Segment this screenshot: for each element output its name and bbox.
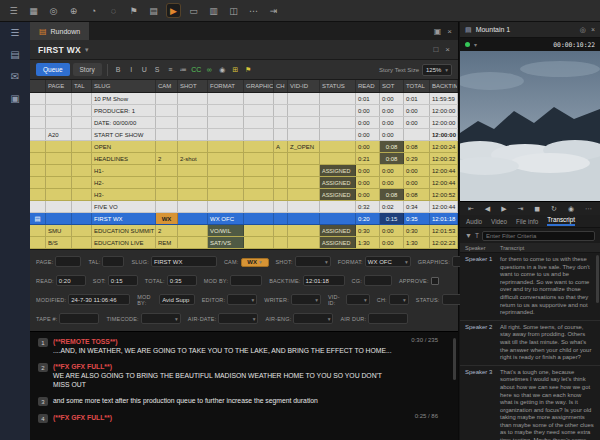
field-input[interactable]: WX OFC▾ [365,256,411,267]
media-icon[interactable]: ▤ [146,3,161,18]
column-header[interactable]: BACKTIME [430,80,458,92]
menu-icon[interactable]: ☰ [11,27,20,38]
script-editor[interactable]: 1(**REMOTE TOSS**)....AND, IN WEATHER, W… [30,331,458,440]
insert-icon[interactable]: ⊞ [230,64,241,76]
field-input[interactable]: ▾ [389,294,409,305]
field-input[interactable]: 0:20 [56,275,86,286]
column-header[interactable]: PAGE [46,80,72,92]
chevron-down-icon[interactable]: ▾ [474,41,477,48]
approve-checkbox[interactable] [431,277,439,285]
stop-icon[interactable]: ◼ [534,205,540,213]
flag-icon[interactable]: ⚑ [243,64,254,76]
closed-caption-icon[interactable]: CC [191,64,202,76]
strikethrough-icon[interactable]: S [152,64,163,76]
script-scrollbar[interactable] [453,338,456,380]
field-input[interactable] [102,256,124,267]
rundown-row[interactable]: HEADLINES22-shot0:210:080:2912:00:32 [30,153,458,165]
audio-level-icon[interactable]: ◉ [568,205,574,213]
close-icon[interactable]: × [447,27,452,36]
dashboard-icon[interactable]: ▦ [26,3,41,18]
maximize-icon[interactable]: □ [433,45,438,54]
story-button[interactable]: Story [73,63,102,76]
field-input[interactable] [230,275,262,286]
script-segment[interactable]: 2(**FX GFX FULL**)WE ARE ALSO GOING TO B… [38,362,450,389]
transcript-entry[interactable]: Speaker 1for them to come to us with the… [460,253,600,321]
chevron-down-icon[interactable]: ▾ [85,46,89,54]
field-input[interactable]: Avid Supp [159,294,195,305]
column-header[interactable]: FORMAT [208,80,244,92]
layout-icon[interactable]: ◫ [226,3,241,18]
add-icon[interactable]: ⊕ [66,3,81,18]
column-header[interactable]: SOT [380,80,404,92]
monitor-icon[interactable]: ▭ [186,3,201,18]
field-input[interactable]: 0:35 [167,275,197,286]
column-header[interactable]: SLUG [92,80,156,92]
close-monitor-icon[interactable]: × [591,26,595,34]
underline-icon[interactable]: U [139,64,150,76]
panels-icon[interactable]: ▤ [10,49,19,60]
rundown-row[interactable]: 10 PM Show0:010:000:0111:59:59 [30,93,458,105]
tab-file-info[interactable]: File info [516,218,538,226]
column-header[interactable]: SHOT [178,80,208,92]
rundown-icon[interactable]: ▶ [166,3,181,18]
list-icon[interactable]: ≔ [178,64,189,76]
field-input[interactable] [364,275,392,286]
field-input[interactable]: ▾ [346,294,370,305]
rundown-row[interactable]: ▤FIRST WXWXWX OFC0:200:150:3512:01:18 [30,213,458,225]
field-input[interactable] [368,313,408,324]
field-input[interactable]: ▾ [295,256,331,267]
script-segment[interactable]: 3and some more text after this productio… [38,396,450,406]
queue-button[interactable]: Queue [36,63,70,76]
field-input[interactable]: ▾ [293,313,333,324]
tab-video[interactable]: Video [491,218,507,226]
bold-icon[interactable]: B [113,64,124,76]
column-header[interactable]: VID-ID [288,80,320,92]
rundown-row[interactable]: FIVE VO0:320:020:3412:00:44 [30,201,458,213]
transcript-entry[interactable]: Speaker 3That's a tough one, because som… [460,366,600,440]
tab-audio[interactable]: Audio [466,218,482,226]
rundown-row[interactable]: SMUEDUCATION SUMMIT2VO/WILASSIGNED0:300:… [30,225,458,237]
link-icon[interactable]: ∞ [204,64,215,76]
video-preview[interactable] [460,51,600,201]
skip-start-icon[interactable]: ⇤ [468,205,474,213]
play-icon[interactable]: ▶ [501,205,506,213]
step-forward-icon[interactable]: ⇥ [518,205,524,213]
loop-icon[interactable]: ↻ [551,205,557,213]
close-story-icon[interactable]: × [445,45,450,54]
text-filter-icon[interactable]: T [475,232,479,239]
transcript-entry[interactable]: Speaker 2All right. Some teens, of cours… [460,321,600,366]
transcript-scrollbar[interactable] [596,255,599,303]
field-input[interactable]: 12:01:18 [303,275,345,286]
step-back-icon[interactable]: ◀ [485,205,490,213]
chart-icon[interactable]: ▥ [206,3,221,18]
export-icon[interactable]: ⇥ [266,3,281,18]
more-icon[interactable]: ⋯ [585,205,592,213]
rundown-row[interactable]: B/SEDUCATION LIVEREMSAT/VSASSIGNED1:300:… [30,237,458,249]
mail-icon[interactable]: ✉ [11,71,19,82]
field-input[interactable]: ▾ [291,294,321,305]
rundown-row[interactable]: H2-ASSIGNED0:000:000:0012:00:44 [30,177,458,189]
column-header[interactable]: CAM [156,80,178,92]
rundown-row[interactable]: OPENAZ_OPEN0:000:080:0812:00:24 [30,141,458,153]
field-input[interactable]: WX▾ [241,258,269,267]
search-icon[interactable]: ◌ [106,3,121,18]
text-size-select[interactable]: 125% ▾ [422,64,452,76]
restore-icon[interactable]: ▣ [434,27,442,36]
rundown-row[interactable]: DATE: 00/00/000:000:000:0012:00:00 [30,117,458,129]
column-header[interactable]: TOTAL [404,80,430,92]
script-segment[interactable]: 4(**FX GFX FULL**)0:25 / 86 [38,413,450,423]
field-input[interactable]: ▾ [141,313,181,324]
camera-icon[interactable]: ◉ [217,64,228,76]
column-header[interactable]: STATUS [320,80,356,92]
folder-icon[interactable]: ▣ [10,93,19,104]
tab-transcript[interactable]: Transcript [547,216,575,226]
filter-icon[interactable]: ▼ [465,232,472,239]
align-icon[interactable]: ≡ [165,64,176,76]
user-icon[interactable]: ◎ [46,3,61,18]
tab-rundown[interactable]: ▤ Rundown [30,22,89,40]
more-icon[interactable]: ⋯ [246,3,261,18]
filter-input[interactable] [482,231,595,241]
field-input[interactable]: ▾ [218,313,258,324]
field-input[interactable]: ▾ [227,294,257,305]
italic-icon[interactable]: I [126,64,137,76]
